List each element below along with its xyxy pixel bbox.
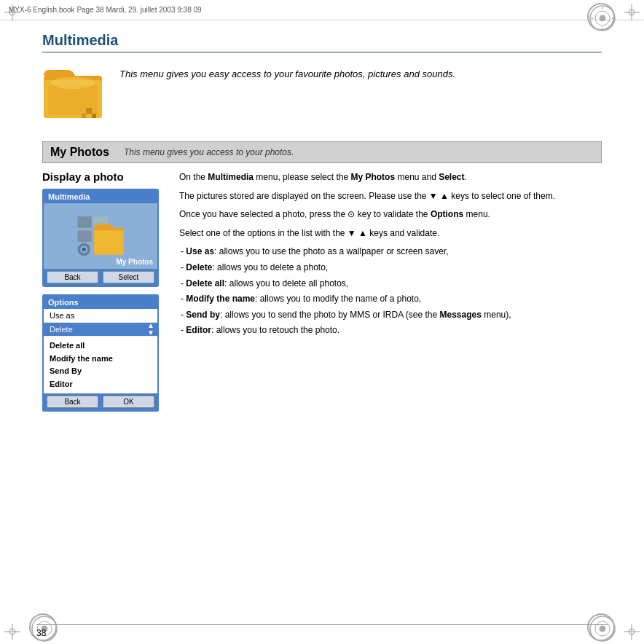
- display-right: On the Multimedia menu, please select th…: [179, 170, 602, 339]
- options-panel: Options Use as Delete ▲▼ Delete all Modi…: [42, 294, 159, 412]
- svg-rect-25: [86, 108, 92, 114]
- intro-section: This menu gives you easy access to your …: [42, 63, 602, 128]
- crosshair-br-icon: [624, 624, 640, 640]
- options-ok-button[interactable]: OK: [103, 396, 154, 408]
- svg-rect-28: [78, 216, 92, 228]
- svg-point-24: [51, 77, 95, 89]
- device-back-button[interactable]: Back: [47, 271, 98, 283]
- section-header-desc: This menu gives you access to your photo…: [124, 147, 294, 157]
- options-editor[interactable]: Editor: [50, 378, 152, 391]
- options-extra-items: Delete all Modify the name Send By Edito…: [44, 337, 157, 393]
- header-bar: MYX-6 English.book Page 38 Mardi, 29. ju…: [0, 0, 644, 20]
- svg-rect-30: [78, 230, 92, 242]
- device-screen-label: My Photos: [116, 258, 153, 266]
- intro-text: This menu gives you easy access to your …: [119, 67, 455, 82]
- svg-rect-26: [92, 114, 96, 118]
- list-item-delete-all: Delete all: allows you to delete all pho…: [179, 277, 602, 291]
- list-item-delete: Delete: allows you to delete a photo,: [179, 261, 602, 275]
- page-number: 38: [36, 628, 46, 638]
- display-title: Display a photo: [42, 170, 166, 183]
- section-header-title: My Photos: [50, 146, 109, 159]
- svg-rect-32: [94, 230, 123, 254]
- desc-p4: Select one of the options in the list wi…: [179, 227, 602, 240]
- header-text: MYX-6 English.book Page 38 Mardi, 29. ju…: [9, 6, 202, 14]
- list-item-editor: Editor: allows you to retouch the photo.: [179, 323, 602, 337]
- list-item-send-by: Send by: allows you to send the photo by…: [179, 308, 602, 322]
- desc-p3: Once you have selected a photo, press th…: [179, 208, 602, 221]
- list-item-use-as: Use as: allows you to use the photo as a…: [179, 245, 602, 259]
- device-title: Multimedia: [44, 190, 157, 203]
- svg-point-20: [600, 626, 605, 632]
- crosshair-tr-icon: [624, 4, 640, 20]
- crosshair-tl-icon: [4, 4, 20, 20]
- options-panel-title: Options: [44, 296, 157, 309]
- device-mockup: Multimedia: [42, 189, 159, 287]
- desc-list: Use as: allows you to use the photo as a…: [179, 245, 602, 337]
- options-back-button[interactable]: Back: [47, 396, 98, 408]
- display-section: Display a photo Multimedia: [42, 170, 602, 412]
- options-send-by[interactable]: Send By: [50, 365, 152, 378]
- options-delete-all[interactable]: Delete all: [50, 339, 152, 353]
- crosshair-bl-icon: [4, 624, 20, 640]
- desc-p2: The pictures stored are displayed on the…: [179, 189, 602, 203]
- options-modify[interactable]: Modify the name: [50, 353, 152, 366]
- options-use-as[interactable]: Use as: [44, 309, 157, 323]
- page-title: Multimedia: [42, 32, 602, 52]
- device-buttons: Back Select: [44, 269, 157, 286]
- folder-icon: [42, 63, 108, 128]
- bottom-divider: [36, 624, 608, 625]
- svg-rect-27: [82, 114, 86, 118]
- scroll-arrows: ▲▼: [147, 322, 154, 337]
- options-buttons: Back OK: [44, 393, 157, 410]
- list-item-modify: Modify the name: allows you to modify th…: [179, 292, 602, 306]
- device-screen: My Photos: [44, 203, 157, 269]
- options-delete[interactable]: Delete ▲▼: [44, 323, 157, 337]
- display-left: Display a photo Multimedia: [42, 170, 166, 412]
- main-content: Multimedia This menu gives you eas: [36, 20, 608, 624]
- section-header: My Photos This menu gives you access to …: [42, 141, 602, 163]
- desc-p1: On the Multimedia menu, please select th…: [179, 170, 602, 184]
- svg-point-35: [82, 248, 86, 251]
- device-select-button[interactable]: Select: [103, 271, 154, 283]
